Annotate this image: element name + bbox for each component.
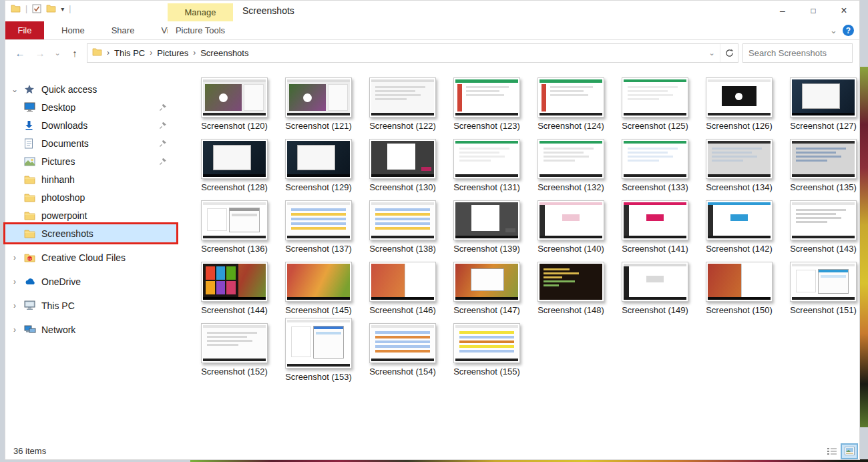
breadcrumb-item[interactable]: This PC [114,48,145,58]
file-item[interactable]: Screenshot (121) [278,77,359,139]
sidebar-item-onedrive[interactable]: ›OneDrive [5,272,176,290]
file-label: Screenshot (149) [622,305,688,315]
chevron-right-icon[interactable]: › [5,277,24,286]
file-thumbnail [706,139,773,179]
network-icon [24,325,36,334]
checkbox-icon[interactable] [32,4,41,13]
file-item[interactable]: Screenshot (129) [278,139,359,200]
file-item[interactable]: Screenshot (131) [446,139,527,200]
folder-icon [24,193,36,202]
file-item[interactable]: Screenshot (152) [194,323,275,385]
file-item[interactable]: Screenshot (150) [698,262,780,323]
file-item[interactable]: Screenshot (142) [698,200,780,262]
file-thumbnail [453,200,520,240]
sidebar-item-downloads[interactable]: Downloads [5,116,176,134]
maximize-button[interactable]: □ [798,1,829,21]
sidebar-item-documents[interactable]: Documents [5,134,176,152]
details-view-icon[interactable] [825,445,839,458]
file-item[interactable]: Screenshot (124) [530,77,612,139]
file-item[interactable]: Screenshot (143) [783,200,864,262]
thumbnail-view-icon[interactable] [842,445,857,458]
file-item[interactable]: Screenshot (141) [614,200,696,262]
file-item[interactable]: Screenshot (135) [783,139,864,200]
file-item[interactable]: Screenshot (153) [278,323,359,385]
forward-button[interactable]: → [32,47,48,59]
help-icon[interactable]: ? [843,25,854,36]
chevron-right-icon[interactable]: › [5,253,24,262]
file-item[interactable]: Screenshot (130) [362,139,443,200]
chevron-right-icon[interactable]: › [5,325,24,334]
file-item[interactable]: Screenshot (133) [614,139,696,200]
file-item[interactable]: Screenshot (147) [446,262,527,323]
sidebar-item-network[interactable]: ›Network [5,320,176,338]
sidebar-item-quick-access[interactable]: ⌄Quick access [5,80,176,98]
sidebar-item-photoshop[interactable]: photoshop [5,188,176,206]
file-thumbnail [790,262,857,302]
breadcrumb: ›This PC›Pictures›Screenshots [102,48,248,58]
contextual-group-manage[interactable]: Manage [168,3,233,21]
file-thumbnail [790,139,857,179]
file-label: Screenshot (148) [537,305,604,315]
sidebar: ⌄Quick accessDesktopDownloadsDocumentsPi… [5,65,176,443]
pin-icon [159,140,167,148]
folder-icon [92,48,102,58]
file-item[interactable]: Screenshot (146) [362,262,443,323]
file-item[interactable]: Screenshot (145) [278,262,359,323]
address-dropdown-icon[interactable]: ⌄ [704,49,720,57]
ribbon-collapse-icon[interactable]: ⌄ [830,25,837,35]
file-item[interactable]: Screenshot (151) [783,262,864,323]
breadcrumb-item[interactable]: Screenshots [200,48,248,58]
chevron-right-icon[interactable]: › [5,301,24,310]
file-item[interactable]: Screenshot (140) [530,200,612,262]
refresh-icon[interactable] [720,44,738,62]
file-item[interactable]: Screenshot (123) [446,77,527,139]
chevron-down-icon[interactable]: ⌄ [5,85,24,94]
file-item[interactable]: Screenshot (148) [530,262,612,323]
qat-dropdown-arrow[interactable]: ▾ [61,5,64,13]
file-label: Screenshot (145) [285,305,352,315]
file-item[interactable]: Screenshot (132) [530,139,612,200]
sidebar-item-label: Downloads [41,120,159,131]
file-item[interactable]: Screenshot (134) [698,139,780,200]
folder-icon[interactable] [46,5,56,13]
sidebar-item-screenshots[interactable]: Screenshots [5,224,176,242]
tab-home[interactable]: Home [48,21,98,39]
file-item[interactable]: Screenshot (149) [614,262,696,323]
tab-file[interactable]: File [5,21,44,39]
close-button[interactable]: × [829,1,859,21]
file-item[interactable]: Screenshot (155) [446,323,527,385]
breadcrumb-item[interactable]: Pictures [157,48,188,58]
file-thumbnail [201,323,268,363]
recent-locations-icon[interactable]: ⌄ [52,49,63,57]
file-label: Screenshot (120) [201,121,268,131]
sidebar-item-creative-cloud-files[interactable]: ›CcCreative Cloud Files [5,248,176,266]
search-box[interactable] [742,43,853,63]
file-item[interactable]: Screenshot (120) [194,77,275,139]
file-item[interactable]: Screenshot (137) [278,200,359,262]
search-input[interactable] [743,48,868,58]
tab-share[interactable]: Share [98,21,148,39]
sidebar-item-hinhanh[interactable]: hinhanh [5,170,176,188]
tab-picture-tools[interactable]: Picture Tools [168,21,233,39]
file-item[interactable]: Screenshot (126) [698,77,780,139]
sidebar-item-powerpoint[interactable]: powerpoint [5,206,176,224]
file-item[interactable]: Screenshot (154) [362,323,443,385]
file-item[interactable]: Screenshot (144) [194,262,275,323]
file-item[interactable]: Screenshot (127) [783,77,864,139]
ribbon-tab-row: File Home Share View Picture Tools ⌄ ? [5,21,859,40]
file-item[interactable]: Screenshot (122) [362,77,443,139]
sidebar-item-desktop[interactable]: Desktop [5,98,176,116]
sidebar-item-this-pc[interactable]: ›This PC [5,296,176,314]
sidebar-item-pictures[interactable]: Pictures [5,152,176,170]
file-item[interactable]: Screenshot (136) [194,200,275,262]
minimize-button[interactable]: – [767,1,798,21]
file-item[interactable]: Screenshot (138) [362,200,443,262]
file-item[interactable]: Screenshot (125) [614,77,696,139]
up-button[interactable]: ↑ [67,47,83,59]
file-thumbnail [622,262,688,302]
file-item[interactable]: Screenshot (139) [446,200,527,262]
items-count: 36 items [13,446,46,456]
address-bar[interactable]: ›This PC›Pictures›Screenshots ⌄ [87,43,738,63]
back-button[interactable]: ← [12,47,28,59]
file-item[interactable]: Screenshot (128) [194,139,275,200]
